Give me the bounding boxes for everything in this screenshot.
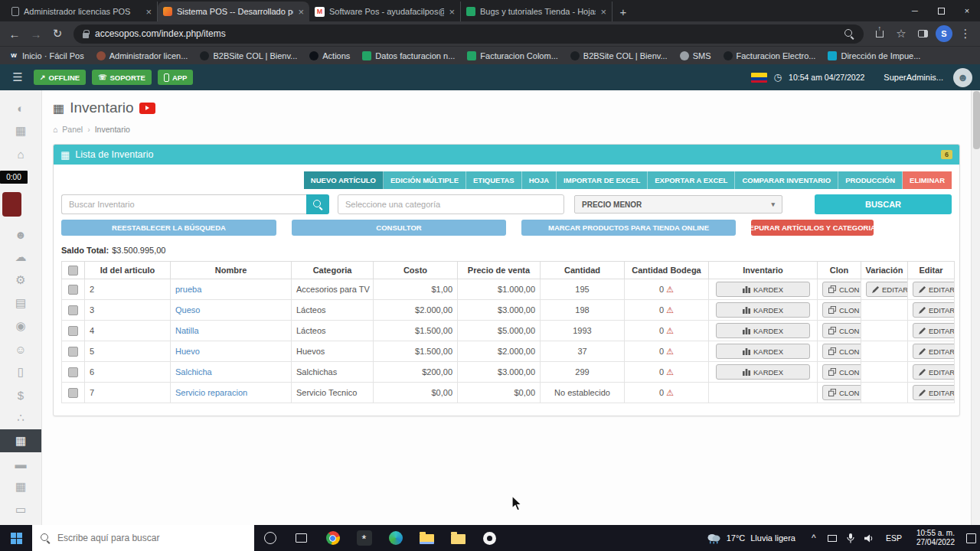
item-name-link[interactable]: Natilla xyxy=(175,326,199,335)
sidebar-item-calendar[interactable]: ▦ xyxy=(0,119,41,142)
tray-chevron-up-icon[interactable]: ^ xyxy=(805,525,823,551)
row-checkbox[interactable] xyxy=(68,305,78,315)
action-button-reestablecer-busqueda[interactable]: REESTABLECER LA BÚSQUEDA xyxy=(61,220,276,236)
taskbar-pin-photos[interactable]: * xyxy=(348,525,380,551)
pos-tile-icon[interactable] xyxy=(2,192,21,217)
toolbar-button-hoja[interactable]: HOJA xyxy=(522,171,557,189)
share-icon[interactable] xyxy=(871,25,888,42)
new-tab-button[interactable]: + xyxy=(612,2,634,21)
tab-close-icon[interactable]: × xyxy=(145,6,152,18)
kardex-button[interactable]: KARDEX xyxy=(716,282,810,297)
bookmark-item[interactable]: SMS xyxy=(680,51,711,60)
sidebar-item-bank[interactable]: ⌂ xyxy=(0,142,41,165)
taskbar-pin-folder[interactable] xyxy=(443,525,474,551)
editar-button[interactable]: EDITAR xyxy=(913,302,955,318)
bookmark-item[interactable]: Datos facturacion n... xyxy=(362,51,455,60)
editar-button[interactable]: EDITAR xyxy=(913,282,955,297)
action-button-consultor[interactable]: CONSULTOR xyxy=(292,220,506,236)
sidebar-item-person[interactable]: ☺ xyxy=(0,337,41,360)
select-all-checkbox[interactable] xyxy=(68,266,78,276)
soporte-button[interactable]: ☏ SOPORTE xyxy=(92,70,152,85)
youtube-icon[interactable] xyxy=(139,103,155,114)
browser-tab[interactable]: Administrador licencias POS× xyxy=(6,2,158,21)
taskbar-clock[interactable]: 10:55 a. m. 27/04/2022 xyxy=(910,529,962,548)
taskbar-pin-edge[interactable] xyxy=(380,525,411,551)
toolbar-button-edicion-multiple[interactable]: EDICIÓN MÚLTIPLE xyxy=(384,171,466,189)
toolbar-button-comparar-inventario[interactable]: COMPARAR INVENTARIO xyxy=(735,171,838,189)
browser-menu-icon[interactable]: ⋮ xyxy=(957,25,974,42)
clon-button[interactable]: CLON xyxy=(822,385,861,400)
toolbar-button-importar-de-excel[interactable]: IMPORTAR DE EXCEL xyxy=(557,171,648,189)
action-button-depurar-articulos-categorias[interactable]: DEPURAR ARTÍCULOS Y CATEGORIAS xyxy=(751,220,874,236)
taskbar-pin-task-view[interactable] xyxy=(286,525,317,551)
notification-center-icon[interactable] xyxy=(962,525,980,551)
minimize-button[interactable]: ─ xyxy=(902,0,928,21)
tray-monitor-icon[interactable] xyxy=(823,525,841,551)
item-name-link[interactable]: Huevo xyxy=(175,347,200,356)
side-panel-icon[interactable] xyxy=(914,25,931,42)
sidebar-item-wheel[interactable]: ◉ xyxy=(0,315,41,337)
editar-button[interactable]: EDITAR xyxy=(913,323,955,338)
bookmark-item[interactable]: Facturacion Colom... xyxy=(467,51,557,60)
browser-tab[interactable]: Sistema POS -- Desarrollado por× xyxy=(158,2,309,21)
tray-volume-icon[interactable] xyxy=(860,525,878,551)
back-icon[interactable]: ← xyxy=(6,25,23,42)
taskbar-pin-chrome[interactable] xyxy=(317,525,348,551)
editar-button[interactable]: EDITAR xyxy=(913,385,955,400)
hamburger-menu-icon[interactable]: ☰ xyxy=(8,70,28,84)
item-name-link[interactable]: Salchicha xyxy=(175,367,212,377)
browser-tab[interactable]: MSoftware Pos - ayudafacilpos@g× xyxy=(309,2,461,21)
scrollbar-thumb[interactable] xyxy=(973,91,980,149)
sidebar-item-settings[interactable]: ⚙ xyxy=(0,269,41,292)
toolbar-button-nuevo-articulo[interactable]: NUEVO ARTÍCULO xyxy=(304,171,384,189)
toolbar-button-exportar-a-excel[interactable]: EXPORTAR A EXCEL xyxy=(648,171,735,189)
forward-icon[interactable]: → xyxy=(28,25,44,42)
sort-select[interactable]: PRECIO MENOR ▾ xyxy=(574,195,782,214)
clon-button[interactable]: CLON xyxy=(822,364,861,380)
bookmark-item[interactable]: Actions xyxy=(309,51,350,60)
sidebar-item-dollar[interactable]: $ xyxy=(0,383,41,406)
kardex-button[interactable]: KARDEX xyxy=(716,364,810,380)
kardex-button[interactable]: KARDEX xyxy=(716,323,810,338)
taskbar-search[interactable]: Escribe aquí para buscar xyxy=(32,525,254,551)
sidebar-item-inventory[interactable]: ▦ xyxy=(0,429,41,452)
sidebar-item-share[interactable]: ∴ xyxy=(0,406,41,429)
bookmark-item[interactable]: Dirección de Impue... xyxy=(828,51,920,60)
zoom-icon[interactable] xyxy=(844,29,854,39)
address-bar[interactable]: accesopos.com/index.php/items xyxy=(74,24,864,44)
refresh-icon[interactable]: ↻ xyxy=(49,25,66,42)
search-input[interactable] xyxy=(61,194,306,214)
taskbar-pin-file-explorer[interactable] xyxy=(411,525,443,551)
tab-close-icon[interactable]: × xyxy=(298,6,304,18)
editar-button[interactable]: EDITAR xyxy=(913,344,955,359)
editar-button[interactable]: EDITAR xyxy=(913,364,955,380)
language-indicator[interactable]: ESP xyxy=(878,533,910,543)
maximize-button[interactable] xyxy=(928,0,954,21)
sidebar-item-cash[interactable]: ▭ xyxy=(0,498,41,521)
search-button[interactable] xyxy=(306,194,329,214)
category-input[interactable] xyxy=(338,194,564,214)
toolbar-button-produccion[interactable]: PRODUCCIÓN xyxy=(838,171,903,189)
taskbar-pin-clock-app[interactable] xyxy=(474,525,505,551)
item-name-link[interactable]: Servicio reparacion xyxy=(175,388,247,397)
row-checkbox[interactable] xyxy=(68,347,78,357)
close-button[interactable]: × xyxy=(954,0,980,21)
bookmark-item[interactable]: B2BSite COL | Bienv... xyxy=(200,51,297,60)
app-button[interactable]: APP xyxy=(158,70,194,85)
offline-button[interactable]: ↗ OFFLINE xyxy=(34,70,86,85)
bookmark-item[interactable]: Facturacion Electro... xyxy=(724,51,816,60)
clon-button[interactable]: CLON xyxy=(822,344,861,359)
tray-mic-icon[interactable] xyxy=(841,525,860,551)
bookmark-item[interactable]: Administrador licen... xyxy=(96,51,188,60)
toolbar-button-eliminar[interactable]: ELIMINAR xyxy=(903,171,952,189)
sidebar-item-calendar-alt[interactable]: ▦ xyxy=(0,475,41,498)
header-username[interactable]: SuperAdminis... xyxy=(884,73,943,82)
sidebar-item-spreadsheet[interactable]: ▤ xyxy=(0,292,41,315)
bookmark-item[interactable]: WInicio · Fácil Pos xyxy=(9,51,84,60)
action-button-marcar-productos-tienda-online[interactable]: MARCAR PRODUCTOS PARA TIENDA ONLINE xyxy=(521,220,736,236)
taskbar-pin-cortana[interactable] xyxy=(254,525,286,551)
breadcrumb-panel[interactable]: Panel xyxy=(62,125,83,134)
user-avatar[interactable]: ☻ xyxy=(953,68,972,87)
browser-tab[interactable]: Bugs y tutoriales Tienda - Hojas× xyxy=(461,2,612,21)
item-name-link[interactable]: Queso xyxy=(175,305,200,315)
